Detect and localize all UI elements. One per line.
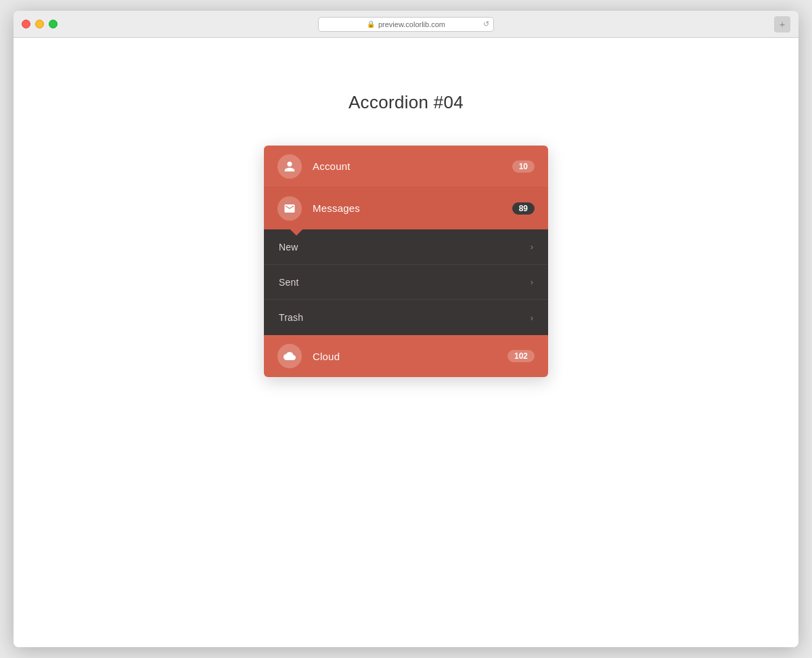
- titlebar: 🔒 preview.colorlib.com ↺ +: [14, 11, 798, 38]
- accordion-item-cloud[interactable]: Cloud 102: [264, 335, 548, 377]
- new-tab-button[interactable]: +: [774, 16, 790, 32]
- url-text: preview.colorlib.com: [378, 20, 445, 28]
- cloud-icon: [284, 350, 296, 362]
- url-bar[interactable]: 🔒 preview.colorlib.com ↺: [318, 17, 494, 32]
- browser-window: 🔒 preview.colorlib.com ↺ + Accordion #04…: [14, 11, 798, 647]
- messages-icon-circle: [277, 196, 302, 221]
- sub-item-new[interactable]: New ›: [264, 229, 548, 265]
- accordion: Account 10 Messages 89 New ›: [264, 146, 548, 377]
- accordion-sub-messages: New › Sent › Trash ›: [264, 229, 548, 335]
- lock-icon: 🔒: [367, 20, 375, 28]
- envelope-icon: [284, 202, 296, 215]
- maximize-button[interactable]: [49, 20, 58, 28]
- chevron-right-icon-sent: ›: [531, 277, 533, 287]
- traffic-lights: [22, 20, 58, 28]
- account-badge: 10: [512, 160, 535, 173]
- sub-label-trash: Trash: [279, 312, 531, 323]
- sub-item-trash[interactable]: Trash ›: [264, 300, 548, 335]
- refresh-icon[interactable]: ↺: [483, 20, 489, 28]
- messages-badge: 89: [512, 202, 535, 215]
- account-icon-circle: [277, 154, 302, 179]
- page-title: Accordion #04: [348, 92, 464, 113]
- cloud-icon-circle: [277, 344, 302, 368]
- sub-label-sent: Sent: [279, 277, 531, 288]
- chevron-right-icon-new: ›: [531, 242, 533, 252]
- chevron-right-icon-trash: ›: [531, 313, 533, 323]
- cloud-label: Cloud: [313, 351, 508, 362]
- account-label: Account: [313, 160, 512, 172]
- sub-label-new: New: [279, 242, 531, 253]
- page-content: Accordion #04 Account 10: [14, 38, 798, 647]
- close-button[interactable]: [22, 20, 30, 28]
- cloud-badge: 102: [508, 350, 535, 362]
- user-icon: [284, 160, 296, 173]
- sub-item-sent[interactable]: Sent ›: [264, 265, 548, 300]
- accordion-item-account[interactable]: Account 10: [264, 146, 548, 188]
- minimize-button[interactable]: [35, 20, 44, 28]
- messages-label: Messages: [313, 202, 512, 214]
- accordion-item-messages[interactable]: Messages 89: [264, 188, 548, 229]
